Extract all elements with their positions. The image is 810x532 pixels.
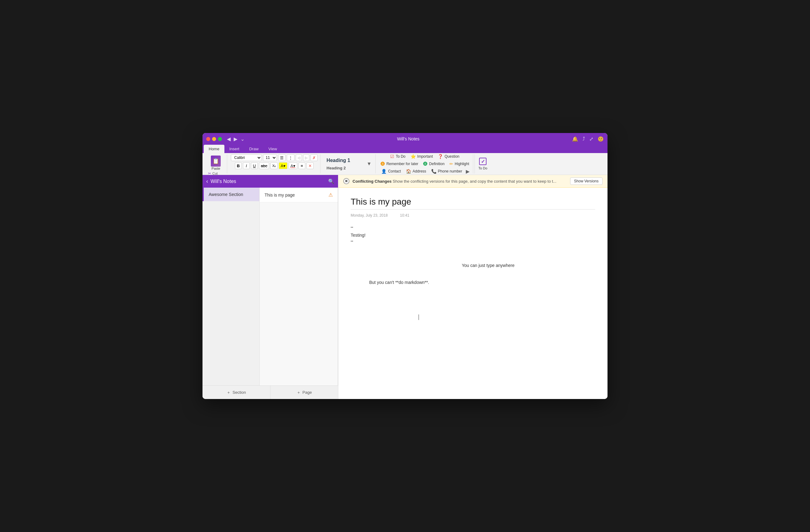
phone-icon: 📞 [431, 169, 437, 174]
tag-important[interactable]: ⭐ Important [409, 153, 434, 160]
tag-highlight[interactable]: ✏ Highlight [448, 161, 470, 167]
share-icon[interactable]: ⤴ [583, 136, 585, 142]
titlebar: ◀ ▶ ⌄ Will's Notes 🔔 ⤴ ⤢ 🙂 [202, 133, 608, 145]
todo-button[interactable]: ✓ To Do [474, 154, 491, 173]
increase-indent-button[interactable]: ▷ [303, 154, 309, 161]
todo-icon: ☑ [390, 154, 394, 159]
traffic-lights [206, 137, 222, 141]
tags-row-1: ☑ To Do ⭐ Important ❓ Question [389, 153, 460, 160]
clear-format-button[interactable]: ✗ [310, 154, 318, 161]
add-section-button[interactable]: ＋ Section [202, 386, 271, 399]
important-icon: ⭐ [410, 154, 416, 159]
phone-label: Phone number [438, 169, 463, 173]
minimize-button[interactable] [212, 137, 216, 141]
conflict-title: Conflicting Changes [353, 179, 391, 184]
tab-draw[interactable]: Draw [244, 145, 263, 153]
contact-label: Contact [388, 169, 401, 173]
tag-address[interactable]: 🏠 Address [405, 168, 427, 174]
sidebar-search-button[interactable]: 🔍 [328, 178, 334, 184]
underline-button[interactable]: U [251, 162, 258, 169]
styles-expand-arrow[interactable]: ▼ [366, 161, 373, 167]
text-cursor [419, 314, 419, 320]
todo-button-label: To Do [479, 166, 487, 170]
testing-line: Testing! [351, 232, 366, 238]
bullet-list-button[interactable]: ☰ [278, 154, 286, 161]
expand-icon[interactable]: ⤢ [589, 136, 593, 142]
paste-group: 📋 Paste ✂ Cut ⧉ Copy 🖌 Format [205, 154, 227, 173]
note-content-markdown: But you can't **do markdown**. [369, 279, 429, 286]
close-button[interactable] [206, 137, 210, 141]
tag-phone[interactable]: 📞 Phone number [430, 168, 464, 174]
page-body[interactable]: ''' Testing! ''' You can just type anywh… [351, 225, 595, 348]
styles-list: Heading 1 Heading 2 [324, 157, 364, 171]
subscript-button[interactable]: X₂ [271, 162, 277, 169]
bell-icon[interactable]: 🔔 [572, 136, 578, 142]
page-meta: Monday, July 23, 2018 10:41 [351, 213, 595, 218]
erase-button[interactable]: ✕ [307, 162, 314, 169]
show-versions-button[interactable]: Show Versions [570, 178, 602, 185]
sidebar-title: Will's Notes [211, 179, 326, 184]
tag-contact[interactable]: 👤 Contact [380, 168, 402, 174]
font-group: Calibri 11 ☰ ⋮ ◁ ▷ ✗ B I U abc X₂ [228, 154, 320, 173]
sidebar-item-awesome-section[interactable]: Awesome Section [202, 188, 259, 201]
forward-icon[interactable]: ▶ [234, 136, 237, 142]
remember-label: Remember for later [387, 162, 418, 166]
maximize-button[interactable] [218, 137, 222, 141]
tags-row-2: 🅐 Remember for later 🅐 Definition ✏ High… [379, 161, 470, 167]
contact-icon: 👤 [381, 169, 387, 174]
main-layout: ‹ Will's Notes 🔍 Awesome Section This is… [202, 175, 608, 399]
paste-button[interactable]: 📋 Paste [211, 155, 221, 170]
align-button[interactable]: ≡ [298, 162, 305, 169]
page-time: 10:41 [400, 213, 409, 218]
italic-button[interactable]: I [243, 162, 250, 169]
pages-column: This is my page ⚠ [260, 188, 338, 385]
bold-button[interactable]: B [235, 162, 242, 169]
tag-todo[interactable]: ☑ To Do [389, 153, 407, 160]
tag-remember[interactable]: 🅐 Remember for later [379, 161, 420, 167]
add-section-label: Section [232, 390, 246, 395]
decrease-indent-button[interactable]: ◁ [296, 154, 302, 161]
sidebar-back-button[interactable]: ‹ [206, 178, 208, 185]
font-family-select[interactable]: Calibri [231, 154, 262, 161]
window-title: Will's Notes [244, 136, 572, 141]
backtick-line-1: ''' [351, 225, 366, 232]
question-label: Question [444, 154, 459, 159]
sidebar-columns: Awesome Section This is my page ⚠ [202, 188, 338, 385]
tag-definition[interactable]: 🅐 Definition [422, 161, 446, 167]
warning-icon: ⚠ [328, 192, 333, 198]
tab-view[interactable]: View [264, 145, 282, 153]
tab-home[interactable]: Home [204, 145, 224, 153]
content-area: ✖ Conflicting Changes Show the conflicti… [338, 175, 608, 399]
tag-question[interactable]: ❓ Question [437, 153, 460, 160]
note-content-testing: ''' Testing! ''' [351, 225, 366, 246]
highlight-button[interactable]: A▾ [279, 162, 287, 169]
heading1-style[interactable]: Heading 1 [324, 157, 364, 164]
add-page-label: Page [303, 390, 312, 395]
styles-group: Heading 1 Heading 2 ▼ [322, 154, 376, 173]
todo-checkbox-icon: ✓ [479, 158, 486, 165]
sidebar-footer: ＋ Section ＋ Page [202, 385, 338, 399]
important-label: Important [417, 154, 433, 159]
dropdown-icon[interactable]: ⌄ [241, 136, 244, 142]
font-size-select[interactable]: 11 [263, 154, 277, 161]
backtick-line-2: ''' [351, 239, 366, 246]
page-item-this-is-my-page[interactable]: This is my page ⚠ [260, 188, 338, 202]
page-title: This is my page [351, 197, 595, 210]
page-content[interactable]: This is my page Monday, July 23, 2018 10… [338, 188, 608, 399]
back-icon[interactable]: ◀ [227, 136, 231, 142]
page-label: This is my page [264, 193, 326, 198]
tab-insert[interactable]: Insert [224, 145, 244, 153]
tags-expand-arrow[interactable]: ▶ [466, 168, 470, 174]
conflict-banner: ✖ Conflicting Changes Show the conflicti… [338, 175, 608, 188]
smiley-icon[interactable]: 🙂 [598, 136, 604, 142]
paste-icon: 📋 [211, 155, 221, 167]
strikethrough-button[interactable]: abc [259, 162, 269, 169]
font-row-1: Calibri 11 ☰ ⋮ ◁ ▷ ✗ [231, 154, 318, 161]
add-page-button[interactable]: ＋ Page [271, 386, 338, 399]
font-color-button[interactable]: A▾ [289, 162, 297, 169]
question-icon: ❓ [438, 154, 443, 159]
tags-row-3: 👤 Contact 🏠 Address 📞 Phone number ▶ [380, 168, 470, 174]
heading2-style[interactable]: Heading 2 [324, 165, 364, 171]
numbered-list-button[interactable]: ⋮ [287, 154, 294, 161]
titlebar-nav-controls: ◀ ▶ ⌄ [227, 136, 244, 142]
